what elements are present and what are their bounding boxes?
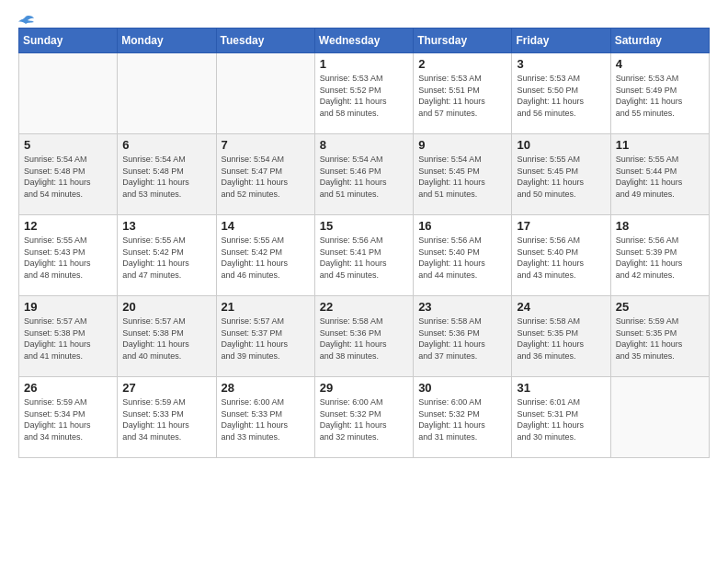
calendar-cell: 3Sunrise: 5:53 AM Sunset: 5:50 PM Daylig…	[512, 53, 610, 134]
calendar-cell: 6Sunrise: 5:54 AM Sunset: 5:48 PM Daylig…	[118, 134, 216, 215]
day-number: 8	[320, 138, 408, 152]
calendar-cell: 9Sunrise: 5:54 AM Sunset: 5:45 PM Daylig…	[414, 134, 512, 215]
calendar-cell: 24Sunrise: 5:58 AM Sunset: 5:35 PM Dayli…	[512, 296, 610, 377]
day-info: Sunrise: 5:56 AM Sunset: 5:41 PM Dayligh…	[320, 235, 408, 281]
day-number: 7	[222, 138, 310, 152]
calendar-cell: 13Sunrise: 5:55 AM Sunset: 5:42 PM Dayli…	[118, 215, 216, 296]
day-number: 9	[418, 138, 506, 152]
day-info: Sunrise: 5:54 AM Sunset: 5:45 PM Dayligh…	[418, 154, 506, 200]
calendar-cell: 23Sunrise: 5:58 AM Sunset: 5:36 PM Dayli…	[414, 296, 512, 377]
calendar-cell: 30Sunrise: 6:00 AM Sunset: 5:32 PM Dayli…	[414, 377, 512, 458]
day-number: 20	[122, 300, 210, 314]
day-number: 15	[320, 219, 408, 233]
day-info: Sunrise: 5:55 AM Sunset: 5:42 PM Dayligh…	[222, 235, 310, 281]
day-info: Sunrise: 6:01 AM Sunset: 5:31 PM Dayligh…	[517, 396, 605, 442]
day-info: Sunrise: 6:00 AM Sunset: 5:33 PM Dayligh…	[222, 396, 310, 442]
calendar-week-3: 12Sunrise: 5:55 AM Sunset: 5:43 PM Dayli…	[19, 215, 710, 296]
day-info: Sunrise: 5:54 AM Sunset: 5:48 PM Dayligh…	[122, 154, 210, 200]
calendar-week-5: 26Sunrise: 5:59 AM Sunset: 5:34 PM Dayli…	[19, 377, 710, 458]
calendar-cell: 4Sunrise: 5:53 AM Sunset: 5:49 PM Daylig…	[610, 53, 709, 134]
day-number: 26	[24, 381, 112, 395]
day-info: Sunrise: 5:54 AM Sunset: 5:46 PM Dayligh…	[320, 154, 408, 200]
day-number: 25	[616, 300, 704, 314]
day-info: Sunrise: 5:59 AM Sunset: 5:35 PM Dayligh…	[616, 316, 704, 362]
weekday-header-tuesday: Tuesday	[216, 29, 314, 53]
day-info: Sunrise: 5:56 AM Sunset: 5:39 PM Dayligh…	[616, 235, 704, 281]
calendar-cell: 7Sunrise: 5:54 AM Sunset: 5:47 PM Daylig…	[216, 134, 314, 215]
day-info: Sunrise: 5:53 AM Sunset: 5:52 PM Dayligh…	[320, 73, 408, 119]
header-row: SundayMondayTuesdayWednesdayThursdayFrid…	[19, 29, 710, 53]
day-info: Sunrise: 5:59 AM Sunset: 5:33 PM Dayligh…	[122, 396, 210, 442]
calendar-cell: 20Sunrise: 5:57 AM Sunset: 5:38 PM Dayli…	[118, 296, 216, 377]
calendar-cell: 2Sunrise: 5:53 AM Sunset: 5:51 PM Daylig…	[414, 53, 512, 134]
day-info: Sunrise: 5:55 AM Sunset: 5:42 PM Dayligh…	[122, 235, 210, 281]
day-number: 18	[616, 219, 704, 233]
day-number: 28	[222, 381, 310, 395]
day-number: 27	[122, 381, 210, 395]
day-info: Sunrise: 5:56 AM Sunset: 5:40 PM Dayligh…	[418, 235, 506, 281]
calendar-cell: 17Sunrise: 5:56 AM Sunset: 5:40 PM Dayli…	[512, 215, 610, 296]
day-number: 21	[222, 300, 310, 314]
day-info: Sunrise: 5:56 AM Sunset: 5:40 PM Dayligh…	[517, 235, 605, 281]
day-number: 12	[24, 219, 112, 233]
day-number: 16	[418, 219, 506, 233]
calendar-cell: 29Sunrise: 6:00 AM Sunset: 5:32 PM Dayli…	[314, 377, 413, 458]
weekday-header-saturday: Saturday	[610, 29, 709, 53]
calendar-cell: 27Sunrise: 5:59 AM Sunset: 5:33 PM Dayli…	[118, 377, 216, 458]
day-number: 22	[320, 300, 408, 314]
day-number: 6	[122, 138, 210, 152]
day-number: 31	[517, 381, 605, 395]
calendar-cell: 18Sunrise: 5:56 AM Sunset: 5:39 PM Dayli…	[610, 215, 709, 296]
calendar-cell	[610, 377, 709, 458]
day-number: 23	[418, 300, 506, 314]
day-number: 1	[320, 57, 408, 71]
calendar-cell: 8Sunrise: 5:54 AM Sunset: 5:46 PM Daylig…	[314, 134, 413, 215]
day-number: 24	[517, 300, 605, 314]
day-info: Sunrise: 5:54 AM Sunset: 5:48 PM Dayligh…	[24, 154, 112, 200]
calendar-cell: 5Sunrise: 5:54 AM Sunset: 5:48 PM Daylig…	[19, 134, 118, 215]
day-number: 29	[320, 381, 408, 395]
day-info: Sunrise: 5:57 AM Sunset: 5:38 PM Dayligh…	[122, 316, 210, 362]
calendar-cell: 31Sunrise: 6:01 AM Sunset: 5:31 PM Dayli…	[512, 377, 610, 458]
weekday-header-sunday: Sunday	[19, 29, 118, 53]
calendar-cell: 11Sunrise: 5:55 AM Sunset: 5:44 PM Dayli…	[610, 134, 709, 215]
calendar-cell	[216, 53, 314, 134]
calendar-table: SundayMondayTuesdayWednesdayThursdayFrid…	[18, 28, 710, 458]
day-info: Sunrise: 5:55 AM Sunset: 5:45 PM Dayligh…	[517, 154, 605, 200]
day-number: 3	[517, 57, 605, 71]
calendar-cell: 16Sunrise: 5:56 AM Sunset: 5:40 PM Dayli…	[414, 215, 512, 296]
day-number: 2	[418, 57, 506, 71]
day-number: 4	[616, 57, 704, 71]
logo-bird-icon	[17, 15, 35, 29]
day-number: 14	[222, 219, 310, 233]
day-info: Sunrise: 5:54 AM Sunset: 5:47 PM Dayligh…	[222, 154, 310, 200]
day-info: Sunrise: 5:59 AM Sunset: 5:34 PM Dayligh…	[24, 396, 112, 442]
calendar-cell	[118, 53, 216, 134]
calendar-cell: 28Sunrise: 6:00 AM Sunset: 5:33 PM Dayli…	[216, 377, 314, 458]
calendar-cell: 10Sunrise: 5:55 AM Sunset: 5:45 PM Dayli…	[512, 134, 610, 215]
weekday-header-thursday: Thursday	[414, 29, 512, 53]
weekday-header-wednesday: Wednesday	[314, 29, 413, 53]
day-info: Sunrise: 5:53 AM Sunset: 5:51 PM Dayligh…	[418, 73, 506, 119]
day-number: 19	[24, 300, 112, 314]
day-info: Sunrise: 6:00 AM Sunset: 5:32 PM Dayligh…	[320, 396, 408, 442]
calendar-week-1: 1Sunrise: 5:53 AM Sunset: 5:52 PM Daylig…	[19, 53, 710, 134]
day-info: Sunrise: 6:00 AM Sunset: 5:32 PM Dayligh…	[418, 396, 506, 442]
calendar-cell	[19, 53, 118, 134]
day-number: 10	[517, 138, 605, 152]
day-info: Sunrise: 5:57 AM Sunset: 5:38 PM Dayligh…	[24, 316, 112, 362]
calendar-cell: 14Sunrise: 5:55 AM Sunset: 5:42 PM Dayli…	[216, 215, 314, 296]
day-info: Sunrise: 5:55 AM Sunset: 5:43 PM Dayligh…	[24, 235, 112, 281]
day-number: 17	[517, 219, 605, 233]
day-info: Sunrise: 5:58 AM Sunset: 5:35 PM Dayligh…	[517, 316, 605, 362]
day-info: Sunrise: 5:57 AM Sunset: 5:37 PM Dayligh…	[222, 316, 310, 362]
weekday-header-monday: Monday	[118, 29, 216, 53]
calendar-cell: 12Sunrise: 5:55 AM Sunset: 5:43 PM Dayli…	[19, 215, 118, 296]
day-number: 13	[122, 219, 210, 233]
day-info: Sunrise: 5:58 AM Sunset: 5:36 PM Dayligh…	[320, 316, 408, 362]
day-info: Sunrise: 5:55 AM Sunset: 5:44 PM Dayligh…	[616, 154, 704, 200]
calendar-cell: 26Sunrise: 5:59 AM Sunset: 5:34 PM Dayli…	[19, 377, 118, 458]
calendar-week-4: 19Sunrise: 5:57 AM Sunset: 5:38 PM Dayli…	[19, 296, 710, 377]
calendar-cell: 15Sunrise: 5:56 AM Sunset: 5:41 PM Dayli…	[314, 215, 413, 296]
calendar-cell: 19Sunrise: 5:57 AM Sunset: 5:38 PM Dayli…	[19, 296, 118, 377]
